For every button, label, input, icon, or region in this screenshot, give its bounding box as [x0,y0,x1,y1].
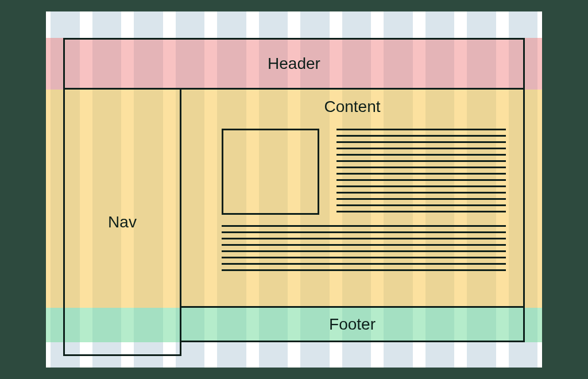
text-line [222,231,506,233]
image-placeholder-box [222,129,319,215]
text-line [336,192,506,194]
text-line [336,135,506,137]
text-line [222,263,506,265]
content-body-illustration [222,129,506,289]
text-line [222,244,506,246]
content-label: Content [324,98,380,116]
header-label: Header [268,55,320,73]
text-line [336,154,506,156]
text-line [222,238,506,239]
text-line [336,173,506,175]
text-lines-wide [222,225,506,271]
text-line [222,269,506,271]
text-line [336,141,506,143]
diagram-canvas: Header Nav Content [46,11,542,368]
text-line [336,211,506,212]
header-region: Header [63,38,525,90]
text-line [336,198,506,200]
text-line [336,204,506,206]
text-line [336,129,506,130]
content-region: Content [180,88,525,308]
nav-region: Nav [63,88,181,356]
footer-region: Footer [180,306,525,342]
nav-label: Nav [108,213,137,231]
text-line [336,160,506,162]
text-line [222,225,506,227]
text-line [336,179,506,181]
footer-label: Footer [329,315,376,334]
text-line [222,250,506,252]
text-line [336,148,506,149]
text-line [222,257,506,258]
text-line [336,185,506,187]
text-lines-right [336,129,506,212]
layout-wireframe: Header Nav Content [63,38,525,356]
text-line [336,167,506,168]
